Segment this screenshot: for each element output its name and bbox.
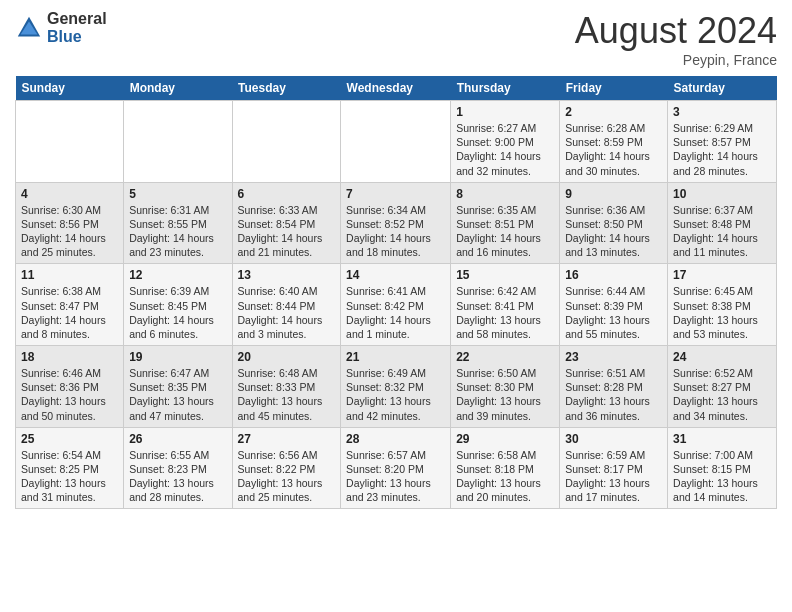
day-detail: Sunrise: 6:27 AM Sunset: 9:00 PM Dayligh… [456, 121, 554, 178]
weekday-header: Wednesday [341, 76, 451, 101]
calendar-week-row: 4Sunrise: 6:30 AM Sunset: 8:56 PM Daylig… [16, 182, 777, 264]
day-number: 2 [565, 105, 662, 119]
logo-general: General [47, 10, 107, 28]
day-detail: Sunrise: 6:34 AM Sunset: 8:52 PM Dayligh… [346, 203, 445, 260]
day-detail: Sunrise: 6:40 AM Sunset: 8:44 PM Dayligh… [238, 284, 336, 341]
calendar-cell: 30Sunrise: 6:59 AM Sunset: 8:17 PM Dayli… [560, 427, 668, 509]
calendar-week-row: 1Sunrise: 6:27 AM Sunset: 9:00 PM Daylig… [16, 101, 777, 183]
calendar-cell: 2Sunrise: 6:28 AM Sunset: 8:59 PM Daylig… [560, 101, 668, 183]
calendar-cell: 3Sunrise: 6:29 AM Sunset: 8:57 PM Daylig… [668, 101, 777, 183]
calendar-cell: 24Sunrise: 6:52 AM Sunset: 8:27 PM Dayli… [668, 346, 777, 428]
day-detail: Sunrise: 6:54 AM Sunset: 8:25 PM Dayligh… [21, 448, 118, 505]
calendar-cell: 15Sunrise: 6:42 AM Sunset: 8:41 PM Dayli… [451, 264, 560, 346]
calendar-cell: 4Sunrise: 6:30 AM Sunset: 8:56 PM Daylig… [16, 182, 124, 264]
day-number: 12 [129, 268, 226, 282]
day-detail: Sunrise: 6:51 AM Sunset: 8:28 PM Dayligh… [565, 366, 662, 423]
calendar-cell: 8Sunrise: 6:35 AM Sunset: 8:51 PM Daylig… [451, 182, 560, 264]
calendar-week-row: 11Sunrise: 6:38 AM Sunset: 8:47 PM Dayli… [16, 264, 777, 346]
day-detail: Sunrise: 6:59 AM Sunset: 8:17 PM Dayligh… [565, 448, 662, 505]
calendar-week-row: 18Sunrise: 6:46 AM Sunset: 8:36 PM Dayli… [16, 346, 777, 428]
day-detail: Sunrise: 6:41 AM Sunset: 8:42 PM Dayligh… [346, 284, 445, 341]
calendar-cell: 25Sunrise: 6:54 AM Sunset: 8:25 PM Dayli… [16, 427, 124, 509]
day-detail: Sunrise: 6:58 AM Sunset: 8:18 PM Dayligh… [456, 448, 554, 505]
calendar-cell [16, 101, 124, 183]
day-number: 16 [565, 268, 662, 282]
day-number: 28 [346, 432, 445, 446]
day-detail: Sunrise: 6:45 AM Sunset: 8:38 PM Dayligh… [673, 284, 771, 341]
day-number: 29 [456, 432, 554, 446]
weekday-header: Monday [124, 76, 232, 101]
logo-blue: Blue [47, 28, 107, 46]
day-number: 19 [129, 350, 226, 364]
day-number: 22 [456, 350, 554, 364]
calendar-cell: 1Sunrise: 6:27 AM Sunset: 9:00 PM Daylig… [451, 101, 560, 183]
weekday-header-row: SundayMondayTuesdayWednesdayThursdayFrid… [16, 76, 777, 101]
day-number: 3 [673, 105, 771, 119]
day-detail: Sunrise: 6:30 AM Sunset: 8:56 PM Dayligh… [21, 203, 118, 260]
day-detail: Sunrise: 6:39 AM Sunset: 8:45 PM Dayligh… [129, 284, 226, 341]
calendar-cell: 12Sunrise: 6:39 AM Sunset: 8:45 PM Dayli… [124, 264, 232, 346]
calendar-cell: 19Sunrise: 6:47 AM Sunset: 8:35 PM Dayli… [124, 346, 232, 428]
day-number: 15 [456, 268, 554, 282]
day-detail: Sunrise: 6:38 AM Sunset: 8:47 PM Dayligh… [21, 284, 118, 341]
day-number: 11 [21, 268, 118, 282]
calendar-cell: 20Sunrise: 6:48 AM Sunset: 8:33 PM Dayli… [232, 346, 341, 428]
title-block: August 2024 Peypin, France [575, 10, 777, 68]
day-number: 4 [21, 187, 118, 201]
day-detail: Sunrise: 6:46 AM Sunset: 8:36 PM Dayligh… [21, 366, 118, 423]
day-detail: Sunrise: 6:29 AM Sunset: 8:57 PM Dayligh… [673, 121, 771, 178]
day-number: 10 [673, 187, 771, 201]
day-detail: Sunrise: 6:56 AM Sunset: 8:22 PM Dayligh… [238, 448, 336, 505]
day-detail: Sunrise: 6:33 AM Sunset: 8:54 PM Dayligh… [238, 203, 336, 260]
calendar-cell: 7Sunrise: 6:34 AM Sunset: 8:52 PM Daylig… [341, 182, 451, 264]
calendar-cell [124, 101, 232, 183]
day-number: 8 [456, 187, 554, 201]
day-number: 14 [346, 268, 445, 282]
calendar-cell: 26Sunrise: 6:55 AM Sunset: 8:23 PM Dayli… [124, 427, 232, 509]
page-header: General Blue August 2024 Peypin, France [15, 10, 777, 68]
day-detail: Sunrise: 6:44 AM Sunset: 8:39 PM Dayligh… [565, 284, 662, 341]
calendar-cell: 27Sunrise: 6:56 AM Sunset: 8:22 PM Dayli… [232, 427, 341, 509]
day-number: 5 [129, 187, 226, 201]
day-number: 23 [565, 350, 662, 364]
day-detail: Sunrise: 6:36 AM Sunset: 8:50 PM Dayligh… [565, 203, 662, 260]
day-number: 31 [673, 432, 771, 446]
weekday-header: Thursday [451, 76, 560, 101]
calendar-cell: 17Sunrise: 6:45 AM Sunset: 8:38 PM Dayli… [668, 264, 777, 346]
day-detail: Sunrise: 7:00 AM Sunset: 8:15 PM Dayligh… [673, 448, 771, 505]
day-detail: Sunrise: 6:50 AM Sunset: 8:30 PM Dayligh… [456, 366, 554, 423]
calendar-cell: 10Sunrise: 6:37 AM Sunset: 8:48 PM Dayli… [668, 182, 777, 264]
calendar-cell: 14Sunrise: 6:41 AM Sunset: 8:42 PM Dayli… [341, 264, 451, 346]
day-detail: Sunrise: 6:57 AM Sunset: 8:20 PM Dayligh… [346, 448, 445, 505]
day-number: 30 [565, 432, 662, 446]
location: Peypin, France [575, 52, 777, 68]
weekday-header: Sunday [16, 76, 124, 101]
weekday-header: Tuesday [232, 76, 341, 101]
calendar-cell [341, 101, 451, 183]
day-number: 17 [673, 268, 771, 282]
day-detail: Sunrise: 6:28 AM Sunset: 8:59 PM Dayligh… [565, 121, 662, 178]
day-detail: Sunrise: 6:42 AM Sunset: 8:41 PM Dayligh… [456, 284, 554, 341]
calendar-cell: 22Sunrise: 6:50 AM Sunset: 8:30 PM Dayli… [451, 346, 560, 428]
day-number: 24 [673, 350, 771, 364]
day-number: 20 [238, 350, 336, 364]
day-number: 27 [238, 432, 336, 446]
day-detail: Sunrise: 6:55 AM Sunset: 8:23 PM Dayligh… [129, 448, 226, 505]
day-number: 18 [21, 350, 118, 364]
calendar-cell: 21Sunrise: 6:49 AM Sunset: 8:32 PM Dayli… [341, 346, 451, 428]
day-number: 21 [346, 350, 445, 364]
day-detail: Sunrise: 6:37 AM Sunset: 8:48 PM Dayligh… [673, 203, 771, 260]
day-number: 26 [129, 432, 226, 446]
day-number: 9 [565, 187, 662, 201]
logo-icon [15, 14, 43, 42]
weekday-header: Friday [560, 76, 668, 101]
day-detail: Sunrise: 6:52 AM Sunset: 8:27 PM Dayligh… [673, 366, 771, 423]
weekday-header: Saturday [668, 76, 777, 101]
calendar-week-row: 25Sunrise: 6:54 AM Sunset: 8:25 PM Dayli… [16, 427, 777, 509]
logo: General Blue [15, 10, 107, 45]
day-number: 6 [238, 187, 336, 201]
calendar-cell: 11Sunrise: 6:38 AM Sunset: 8:47 PM Dayli… [16, 264, 124, 346]
calendar-cell: 23Sunrise: 6:51 AM Sunset: 8:28 PM Dayli… [560, 346, 668, 428]
month-title: August 2024 [575, 10, 777, 52]
calendar-cell: 9Sunrise: 6:36 AM Sunset: 8:50 PM Daylig… [560, 182, 668, 264]
